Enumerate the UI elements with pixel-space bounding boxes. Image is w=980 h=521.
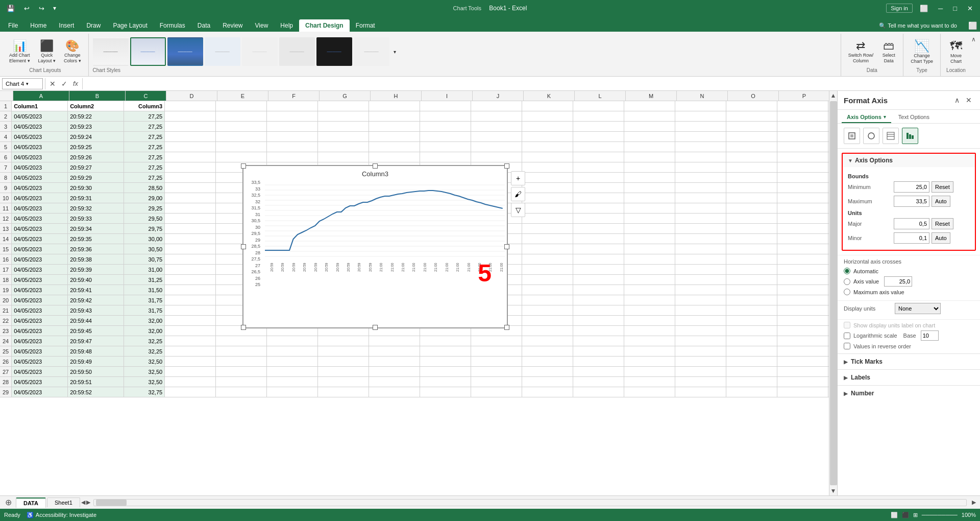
cell-k-10[interactable] [522,193,573,203]
cell-a-22[interactable]: 04/05/2023 [12,316,68,326]
cell-k-27[interactable] [522,367,573,377]
cell-a-4[interactable]: 04/05/2023 [12,132,68,142]
cell-p-3[interactable] [777,122,828,132]
cell-c-19[interactable]: 31,50 [124,285,165,295]
cell-l-24[interactable] [573,336,624,346]
cell-b-23[interactable]: 20:59:45 [68,326,124,336]
formula-input[interactable] [85,80,978,87]
cell-a-9[interactable]: 04/05/2023 [12,183,68,193]
cell-d-9[interactable] [165,183,216,193]
cell-o-17[interactable] [726,265,777,275]
cell-c-3[interactable]: 27,25 [124,122,165,132]
cell-m-27[interactable] [624,367,675,377]
cell-a-10[interactable]: 04/05/2023 [12,193,68,203]
cell-l-29[interactable] [573,387,624,397]
cell-e-27[interactable] [216,367,267,377]
cell-m-3[interactable] [624,122,675,132]
cell-m-23[interactable] [624,326,675,336]
table-row[interactable]: 04/05/202320:59:5232,75 [12,387,829,397]
col-header-l[interactable]: L [575,91,626,101]
chart-handle-bl[interactable] [241,325,246,330]
cell-o-12[interactable] [726,214,777,224]
table-row[interactable]: 04/05/202320:59:2427,25 [12,132,829,142]
cell-o-14[interactable] [726,234,777,244]
cell-p-24[interactable] [777,336,828,346]
cell-a-15[interactable]: 04/05/2023 [12,244,68,254]
cell-d-24[interactable] [165,336,216,346]
cell-m-29[interactable] [624,387,675,397]
cell-n-6[interactable] [675,152,726,162]
cell-a-12[interactable]: 04/05/2023 [12,214,68,224]
cell-q-28[interactable] [828,377,829,387]
chart-handle-bc[interactable] [373,325,378,330]
cell-n-25[interactable] [675,346,726,357]
minor-input[interactable] [894,232,929,244]
cell-n-29[interactable] [675,387,726,397]
cell-l-19[interactable] [573,285,624,295]
cell-c-27[interactable]: 32,50 [124,367,165,377]
cell-o-28[interactable] [726,377,777,387]
cell-n-15[interactable] [675,244,726,254]
name-box[interactable]: Chart 4 ▾ [2,78,43,89]
reverse-values-checkbox[interactable] [844,343,850,349]
cell-b-14[interactable]: 20:59:35 [68,234,124,244]
cell-a-11[interactable]: 04/05/2023 [12,203,68,214]
cell-l-2[interactable] [573,111,624,122]
cell-d-7[interactable] [165,162,216,173]
cell-e-26[interactable] [216,357,267,367]
cell-b-5[interactable]: 20:59:25 [68,142,124,152]
tab-insert[interactable]: Insert [53,19,80,32]
cell-o-6[interactable] [726,152,777,162]
cell-n-11[interactable] [675,203,726,214]
formula-function-button[interactable]: fx [71,79,80,88]
cell-e-5[interactable] [216,142,267,152]
cell-n-7[interactable] [675,162,726,173]
cell-i-2[interactable] [420,111,471,122]
cell-p-13[interactable] [777,224,828,234]
axis-value-radio[interactable] [844,278,850,285]
cell-j-28[interactable] [471,377,522,387]
cell-p-15[interactable] [777,244,828,254]
cell-q-25[interactable] [828,346,829,357]
cell-d-11[interactable] [165,203,216,214]
table-row[interactable]: 04/05/202320:59:2227,25 [12,111,829,122]
cell-n-3[interactable] [675,122,726,132]
cell-k-2[interactable] [522,111,573,122]
cell-h-3[interactable] [369,122,420,132]
sheet-tab-data[interactable]: DATA [16,498,46,508]
cell-b-8[interactable]: 20:59:29 [68,173,124,183]
chart-style-4[interactable]: ───── [205,37,240,66]
number-header[interactable]: ▶ Number [844,390,974,397]
share-button[interactable]: ⬜ [965,20,980,31]
sheet-scroll-left[interactable]: ◀ [81,499,85,506]
table-row[interactable]: Column1Column2Column3 [12,101,829,111]
cell-m-10[interactable] [624,193,675,203]
tab-format[interactable]: Format [350,19,381,32]
cell-a-20[interactable]: 04/05/2023 [12,295,68,305]
cell-m-16[interactable] [624,254,675,265]
cell-i-5[interactable] [420,142,471,152]
sheet-tab-sheet1[interactable]: Sheet1 [47,498,80,507]
cell-j-4[interactable] [471,132,522,142]
cell-f-26[interactable] [267,357,318,367]
chart-elements-button[interactable]: + [511,171,525,185]
cell-h-28[interactable] [369,377,420,387]
view-layout-icon[interactable]: ⬛ [902,512,909,518]
minimum-reset-button[interactable]: Reset [932,181,953,193]
table-row[interactable]: 04/05/202320:59:5032,50 [12,367,829,377]
panel-tab-text-options[interactable]: Text Options [893,112,935,123]
cell-f-29[interactable] [267,387,318,397]
table-row[interactable]: 04/05/202320:59:2627,25 [12,152,829,162]
cell-a-17[interactable]: 04/05/2023 [12,265,68,275]
cell-l-8[interactable] [573,173,624,183]
cell-n-14[interactable] [675,234,726,244]
cell-i-29[interactable] [420,387,471,397]
cell-c-28[interactable]: 32,50 [124,377,165,387]
cell-l-1[interactable] [573,101,624,111]
cell-l-22[interactable] [573,316,624,326]
axis-value-input[interactable] [884,276,912,287]
cell-d-21[interactable] [165,305,216,316]
cell-n-13[interactable] [675,224,726,234]
cell-p-18[interactable] [777,275,828,285]
cell-e-1[interactable] [216,101,267,111]
